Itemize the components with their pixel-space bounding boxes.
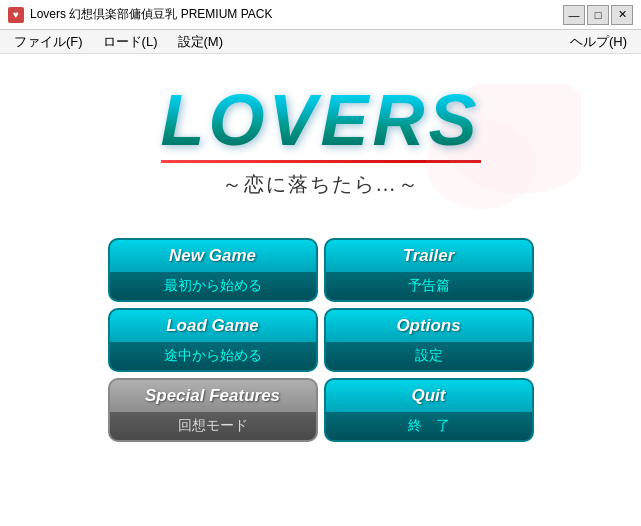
- trailer-label-top: Trailer: [326, 240, 532, 272]
- button-grid: New Game 最初から始める Trailer 予告篇 Load Game 途…: [108, 238, 534, 442]
- load-game-button[interactable]: Load Game 途中から始める: [108, 308, 318, 372]
- special-features-button: Special Features 回想モード: [108, 378, 318, 442]
- trailer-button[interactable]: Trailer 予告篇: [324, 238, 534, 302]
- title-bar: ♥ Lovers 幻想倶楽部傭偵豆乳 PREMIUM PACK — □ ✕: [0, 0, 641, 30]
- quit-label-top: Quit: [326, 380, 532, 412]
- special-features-label-top: Special Features: [110, 380, 316, 412]
- app-icon: ♥: [8, 7, 24, 23]
- options-button[interactable]: Options 設定: [324, 308, 534, 372]
- lovers-logo: LOVERS: [160, 84, 480, 156]
- new-game-button[interactable]: New Game 最初から始める: [108, 238, 318, 302]
- quit-button[interactable]: Quit 終 了: [324, 378, 534, 442]
- window-controls[interactable]: — □ ✕: [563, 5, 633, 25]
- options-label-top: Options: [326, 310, 532, 342]
- new-game-label-bottom: 最初から始める: [110, 272, 316, 300]
- menu-load[interactable]: ロード(L): [93, 31, 168, 53]
- main-content: LOVERS ～恋に落ちたら…～ New Game 最初から始める Traile…: [0, 54, 641, 526]
- logo-subtitle: ～恋に落ちたら…～: [222, 171, 420, 198]
- options-label-bottom: 設定: [326, 342, 532, 370]
- new-game-label-top: New Game: [110, 240, 316, 272]
- menu-file[interactable]: ファイル(F): [4, 31, 93, 53]
- maximize-button[interactable]: □: [587, 5, 609, 25]
- trailer-label-bottom: 予告篇: [326, 272, 532, 300]
- title-bar-left: ♥ Lovers 幻想倶楽部傭偵豆乳 PREMIUM PACK: [8, 6, 272, 23]
- menu-help[interactable]: ヘルプ(H): [560, 31, 637, 53]
- quit-label-bottom: 終 了: [326, 412, 532, 440]
- window-title: Lovers 幻想倶楽部傭偵豆乳 PREMIUM PACK: [30, 6, 272, 23]
- minimize-button[interactable]: —: [563, 5, 585, 25]
- menu-bar: ファイル(F) ロード(L) 設定(M) ヘルプ(H): [0, 30, 641, 54]
- load-game-label-top: Load Game: [110, 310, 316, 342]
- load-game-label-bottom: 途中から始める: [110, 342, 316, 370]
- menu-settings[interactable]: 設定(M): [168, 31, 234, 53]
- special-features-label-bottom: 回想モード: [110, 412, 316, 440]
- close-button[interactable]: ✕: [611, 5, 633, 25]
